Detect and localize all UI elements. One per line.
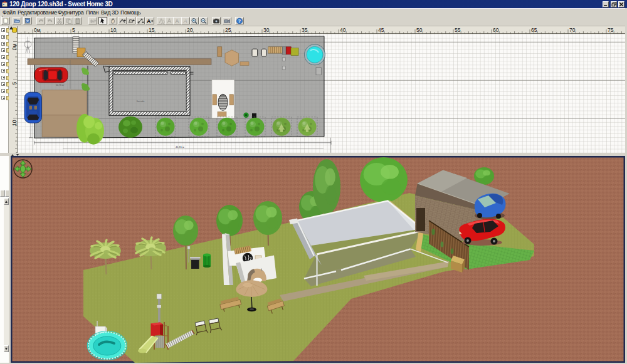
svg-text:70: 70 xyxy=(569,26,576,33)
svg-text:A: A xyxy=(175,18,179,24)
svg-text:45: 45 xyxy=(378,26,384,33)
svg-text:50: 50 xyxy=(416,26,423,33)
svg-text:5: 5 xyxy=(72,26,75,33)
svg-text:15: 15 xyxy=(149,26,155,33)
svg-text:0м: 0м xyxy=(11,43,18,50)
svg-text:?: ? xyxy=(238,18,241,24)
svg-text:35: 35 xyxy=(302,26,308,33)
svg-text:55: 55 xyxy=(455,26,461,33)
svg-text:41,81 м: 41,81 м xyxy=(176,145,184,148)
svg-text:75: 75 xyxy=(608,26,614,33)
svg-text:10: 10 xyxy=(11,120,18,126)
svg-text:30: 30 xyxy=(263,26,270,33)
svg-text:40: 40 xyxy=(340,26,346,33)
svg-text:20: 20 xyxy=(187,26,193,33)
svg-text:5: 5 xyxy=(11,81,18,85)
svg-text:0м: 0м xyxy=(34,26,41,33)
svg-text:25: 25 xyxy=(225,26,231,33)
svg-text:Бассейн: Бассейн xyxy=(137,100,145,102)
svg-text:60: 60 xyxy=(493,26,499,33)
svg-text:50,76 м²: 50,76 м² xyxy=(56,83,65,86)
svg-text:65: 65 xyxy=(531,26,537,33)
svg-text:A: A xyxy=(147,18,151,24)
svg-text:A: A xyxy=(183,18,187,24)
svg-text:10: 10 xyxy=(110,26,117,33)
